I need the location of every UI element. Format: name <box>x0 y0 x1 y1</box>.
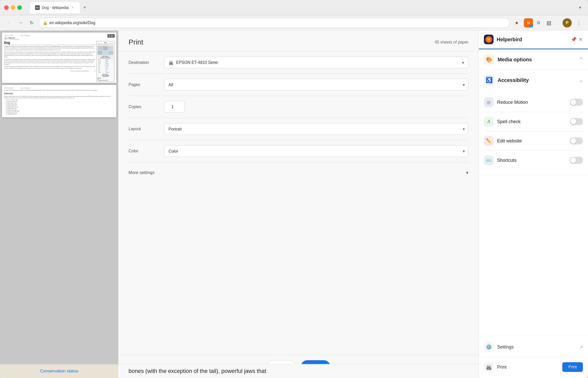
helperbird-ext-btn[interactable]: H on <box>524 18 533 27</box>
print-sheets: 45 sheets of paper <box>435 40 468 45</box>
print-body: Destination 🖨️ EPSON ET-4810 Serie: ▾ <box>118 52 479 355</box>
second-page-list: • C. alco C. E. H. Smith, 1839, • C. ame… <box>6 99 114 115</box>
color-select[interactable]: Color <box>164 145 468 157</box>
minimize-window-btn[interactable] <box>11 5 15 10</box>
helperbird-bottom: ⚙️ Settings ↗ 🖨️ Print Print <box>479 336 588 378</box>
title-bar: W Dog - Wikipedia × + ▾ <box>0 0 588 15</box>
new-tab-btn[interactable]: + <box>81 4 89 11</box>
reload-btn[interactable]: ↻ <box>27 19 36 27</box>
media-options-header[interactable]: 🎨 Media options ⌃ <box>479 49 588 70</box>
pin-btn[interactable]: 📌 <box>571 37 577 42</box>
spell-check-label: Spell check <box>497 119 521 124</box>
conservation-status-bar: Conservation status <box>0 364 118 378</box>
dog-infobox: Dog Temporal range: Late Pleistocene to … <box>96 41 114 82</box>
extensions-area: H on ⛭ ▨ <box>524 18 553 27</box>
color-control: Color ▾ <box>164 145 468 157</box>
page-preview-1: 1 ► 1/4/25, 6:39 PM Dog - Wikipedia W <box>2 33 116 83</box>
settings-icon: ⚙️ <box>484 342 494 352</box>
pages-field: Pages All ▾ <box>129 79 468 91</box>
lock-icon: 🔒 <box>43 21 47 25</box>
page2-taxonomy: Dogs are domesticated members of the fam… <box>4 96 114 99</box>
accessibility-title: Accessibility <box>498 77 529 83</box>
printer-icon: 🖨️ <box>169 60 174 65</box>
more-settings-label: More settings <box>129 170 155 175</box>
back-btn[interactable]: ← <box>5 19 13 27</box>
print-icon: 🖨️ <box>484 362 494 372</box>
pages-select[interactable]: All <box>164 79 468 91</box>
print-row: 🖨️ Print Print <box>484 360 583 374</box>
destination-label: Destination <box>129 60 159 65</box>
shortcuts-row: ⌨️ Shortcuts <box>484 151 583 170</box>
shortcuts-toggle[interactable] <box>570 157 583 164</box>
color-field: Color Color ▾ <box>129 145 468 157</box>
color-label: Color <box>129 149 159 153</box>
edit-website-row: ✏️ Edit website <box>484 132 583 151</box>
layout-label: Layout <box>129 127 159 131</box>
tab-close-btn[interactable]: × <box>71 6 75 10</box>
sidebar-btn[interactable]: ▨ <box>544 18 553 27</box>
print-dialog: Print 45 sheets of paper Destination 🖨️ … <box>118 31 479 378</box>
extensions-btn[interactable]: ⛭ <box>534 18 543 27</box>
layout-control: Portrait ▾ <box>164 123 468 135</box>
edit-website-label: Edit website <box>497 138 522 144</box>
nav-actions: ★ <box>513 19 521 27</box>
tab-list-btn[interactable]: ▾ <box>576 4 584 11</box>
settings-row[interactable]: ⚙️ Settings ↗ <box>484 340 583 354</box>
active-tab[interactable]: W Dog - Wikipedia × <box>30 2 80 13</box>
media-options-section: 🎨 Media options ⌃ <box>479 49 588 70</box>
pages-control: All ▾ <box>164 79 468 91</box>
forward-btn[interactable]: → <box>16 19 24 27</box>
tab-favicon: W <box>35 5 40 10</box>
classification-table: Domain:Eukaryota Kingdom:Animalia Phylum… <box>97 59 113 73</box>
helperbird-panel: H Helperbird 📌 ✕ 🎨 <box>479 31 588 378</box>
print-label: Print <box>497 365 507 370</box>
media-options-icon: 🎨 <box>484 54 494 65</box>
close-window-btn[interactable] <box>4 5 9 10</box>
shortcuts-icon: ⌨️ <box>484 155 494 165</box>
wiki-tagline: The Free Encyclopedia <box>8 39 19 40</box>
edit-website-toggle[interactable] <box>570 137 583 144</box>
address-text: en.wikipedia.org/wiki/Dog <box>49 21 95 25</box>
spell-check-row: A Spell check <box>484 112 583 131</box>
browser-menu-btn[interactable]: ⋮ <box>575 19 583 27</box>
layout-select[interactable]: Portrait <box>164 123 468 135</box>
helperbird-logo: H <box>484 35 494 44</box>
synonyms-section: Synonyms List • C. aegyptius Linnaeus, 1… <box>97 78 113 81</box>
profile-btn[interactable]: P <box>563 18 572 27</box>
copies-label: Copies <box>129 105 159 109</box>
shortcuts-label: Shortcuts <box>497 158 516 163</box>
reduce-motion-toggle[interactable] <box>570 99 583 106</box>
address-bar[interactable]: 🔒 en.wikipedia.org/wiki/Dog <box>39 18 510 28</box>
settings-external-link-icon: ↗ <box>580 345 583 350</box>
conservation-status-link[interactable]: Conservation status <box>40 369 78 374</box>
media-options-chevron-icon: ⌃ <box>579 57 583 62</box>
accessibility-title-area: ♿ Accessibility <box>484 75 529 85</box>
ext-on-badge: on <box>529 25 533 27</box>
fullscreen-window-btn[interactable] <box>17 5 22 10</box>
accessibility-chevron-icon: ⌃ <box>579 77 583 83</box>
destination-field: Destination 🖨️ EPSON ET-4810 Serie: ▾ <box>129 57 468 68</box>
spell-check-toggle[interactable] <box>570 118 583 125</box>
helperbird-header: H Helperbird 📌 ✕ <box>479 31 588 49</box>
accessibility-section: ♿ Accessibility ⌃ ◎ Reduce Mot <box>479 70 588 175</box>
spell-check-icon: A <box>484 117 494 126</box>
print-title: Print <box>129 38 143 46</box>
helperbird-print-btn[interactable]: Print <box>562 362 583 372</box>
accessibility-header[interactable]: ♿ Accessibility ⌃ <box>479 70 588 90</box>
page2-body: households. Developed countries make up … <box>4 90 114 91</box>
destination-select[interactable]: 🖨️ EPSON ET-4810 Serie: ▾ <box>164 57 468 68</box>
more-settings-toggle[interactable]: More settings ▾ <box>129 167 468 178</box>
helperbird-close-btn[interactable]: ✕ <box>579 36 583 42</box>
helperbird-title-area: H Helperbird <box>484 35 522 44</box>
bookmark-btn[interactable]: ★ <box>513 19 521 27</box>
print-preview-panel: 1 ► 1/4/25, 6:39 PM Dog - Wikipedia W <box>0 31 118 378</box>
copies-field: Copies <box>129 101 468 113</box>
media-options-title-area: 🎨 Media options <box>484 54 532 65</box>
reduce-motion-row: ◎ Reduce Motion <box>484 93 583 112</box>
pages-label: Pages <box>129 82 159 87</box>
copies-input[interactable] <box>164 101 185 113</box>
more-settings-chevron-icon: ▾ <box>466 170 468 176</box>
traffic-lights <box>4 5 22 10</box>
edit-website-icon: ✏️ <box>484 136 494 146</box>
destination-value: EPSON ET-4810 Serie: <box>176 60 219 65</box>
